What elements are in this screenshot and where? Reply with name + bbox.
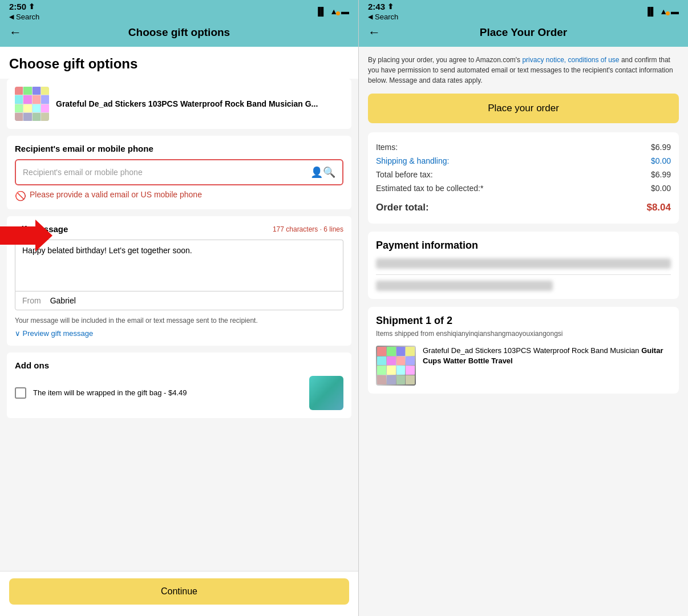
shipping-row: Shipping & handling: $0.00 bbox=[376, 154, 671, 168]
shipment-product: Grateful De_ad Stickers 103PCS Waterproo… bbox=[376, 346, 671, 386]
left-status-icons: ▐▌ ▲ ▬ bbox=[315, 7, 349, 16]
recipient-placeholder: Recipient's email or mobile phone bbox=[23, 168, 143, 177]
right-notification-dot bbox=[666, 11, 670, 15]
right-back-button[interactable]: ← bbox=[368, 25, 381, 40]
items-label: Items: bbox=[376, 143, 398, 152]
total-before-tax-label: Total before tax: bbox=[376, 170, 433, 179]
addon-text: The item will be wrapped in the gift bag… bbox=[33, 388, 302, 398]
privacy-link[interactable]: privacy notice, bbox=[522, 56, 566, 64]
total-before-tax-value: $6.99 bbox=[651, 170, 671, 179]
payment-heading: Payment information bbox=[376, 240, 671, 252]
items-value: $6.99 bbox=[651, 143, 671, 152]
payment-divider bbox=[376, 274, 671, 275]
shipment-title: Shipment 1 of 2 bbox=[376, 315, 671, 327]
order-content: By placing your order, you agree to Amaz… bbox=[359, 47, 688, 410]
legal-text: By placing your order, you agree to Amaz… bbox=[368, 55, 679, 86]
left-phone: 2:50 ⬆ ◀ Search ▐▌ ▲ ▬ ← Choose gift opt… bbox=[0, 0, 358, 616]
addon-image bbox=[309, 376, 343, 410]
product-image bbox=[15, 87, 49, 121]
left-nav-bar: ← Choose gift options bbox=[0, 21, 358, 47]
notification-dot bbox=[336, 11, 340, 15]
product-name: Grateful De_ad Stickers 103PCS Waterproo… bbox=[56, 99, 318, 109]
conditions-link[interactable]: conditions of use bbox=[568, 56, 619, 64]
addon-checkbox[interactable] bbox=[15, 387, 26, 399]
items-row: Items: $6.99 bbox=[376, 140, 671, 154]
addons-label: Add ons bbox=[15, 360, 343, 370]
right-status-bar: 2:43 ⬆ ◀ Search ▐▌ ▲ ▬ bbox=[359, 0, 688, 21]
shipment-subtitle: Items shipped from enshiqianyinqianshang… bbox=[376, 329, 671, 339]
left-time: 2:50 ⬆ bbox=[9, 2, 39, 11]
from-row: From Gabriel bbox=[15, 291, 343, 310]
gift-message-header: Gift Message 177 characters · 6 lines bbox=[15, 224, 343, 234]
message-note: Your message will be included in the ema… bbox=[15, 316, 343, 326]
shipment-product-image bbox=[376, 346, 416, 386]
gift-message-label: Gift Message bbox=[15, 224, 68, 234]
left-bottom-bar: Continue bbox=[0, 571, 358, 616]
addon-item: The item will be wrapped in the gift bag… bbox=[15, 376, 343, 410]
estimated-tax-value: $0.00 bbox=[651, 184, 671, 193]
shipment-section: Shipment 1 of 2 Items shipped from enshi… bbox=[368, 307, 679, 394]
error-icon: 🚫 bbox=[15, 191, 26, 201]
from-label: From bbox=[22, 296, 41, 305]
recipient-input-wrapper[interactable]: Recipient's email or mobile phone 👤🔍 bbox=[15, 159, 343, 185]
order-summary-card: Items: $6.99 Shipping & handling: $0.00 … bbox=[368, 132, 679, 224]
payment-section: Payment information bbox=[368, 232, 679, 299]
place-order-button[interactable]: Place your order bbox=[368, 94, 679, 123]
gift-message-section: Gift Message 177 characters · 6 lines Ha… bbox=[7, 216, 351, 346]
shipment-product-name: Grateful De_ad Stickers 103PCS Waterproo… bbox=[423, 346, 671, 366]
order-total-row: Order total: $8.04 bbox=[376, 197, 671, 216]
right-time: 2:43 ⬆ bbox=[368, 2, 398, 11]
recipient-section: Recipient's email or mobile phone Recipi… bbox=[7, 136, 351, 209]
right-scroll-area[interactable]: By placing your order, you agree to Amaz… bbox=[359, 47, 688, 616]
estimated-tax-label: Estimated tax to be collected:* bbox=[376, 184, 483, 193]
from-value: Gabriel bbox=[50, 296, 76, 305]
right-status-icons: ▐▌ ▲ ▬ bbox=[645, 7, 679, 16]
gift-message-textarea[interactable]: Happy belated birthday! Let's get togeth… bbox=[15, 240, 343, 291]
continue-button[interactable]: Continue bbox=[9, 578, 349, 605]
order-total-label: Order total: bbox=[376, 202, 429, 213]
left-status-bar: 2:50 ⬆ ◀ Search ▐▌ ▲ ▬ bbox=[0, 0, 358, 21]
payment-blurred-1 bbox=[376, 258, 671, 269]
right-nav-bar: ← Place Your Order bbox=[359, 21, 688, 47]
error-message: 🚫 Please provide a valid email or US mob… bbox=[15, 190, 343, 201]
total-before-tax-row: Total before tax: $6.99 bbox=[376, 168, 671, 181]
person-search-icon: 👤🔍 bbox=[310, 166, 335, 179]
signal-icon: ▐▌ bbox=[315, 7, 326, 16]
payment-blurred-2 bbox=[376, 281, 553, 291]
right-battery-icon: ▬ bbox=[671, 7, 679, 16]
left-search-nav: ◀ Search bbox=[9, 13, 39, 21]
left-back-button[interactable]: ← bbox=[9, 25, 22, 40]
left-nav-title: Choose gift options bbox=[128, 26, 230, 39]
right-signal-icon: ▐▌ bbox=[645, 7, 656, 16]
right-location-icon: ⬆ bbox=[387, 2, 394, 11]
product-card: Grateful De_ad Stickers 103PCS Waterproo… bbox=[7, 79, 351, 129]
location-icon: ⬆ bbox=[29, 2, 35, 11]
left-scroll-area[interactable]: Choose gift options bbox=[0, 47, 358, 571]
gift-message-count: 177 characters · 6 lines bbox=[273, 225, 343, 233]
battery-icon: ▬ bbox=[341, 7, 349, 16]
right-phone: 2:43 ⬆ ◀ Search ▐▌ ▲ ▬ ← Place Your Orde… bbox=[358, 0, 688, 616]
shipping-label: Shipping & handling: bbox=[376, 156, 449, 165]
addons-section: Add ons The item will be wrapped in the … bbox=[7, 352, 351, 418]
right-nav-title: Place Your Order bbox=[480, 26, 567, 39]
page-heading: Choose gift options bbox=[0, 47, 358, 79]
right-search-nav: ◀ Search bbox=[368, 13, 398, 21]
shipping-value: $0.00 bbox=[651, 156, 671, 165]
recipient-label: Recipient's email or mobile phone bbox=[15, 144, 343, 153]
order-total-value: $8.04 bbox=[646, 202, 671, 213]
preview-link[interactable]: ∨ Preview gift message bbox=[15, 329, 343, 338]
estimated-tax-row: Estimated tax to be collected:* $0.00 bbox=[376, 181, 671, 195]
